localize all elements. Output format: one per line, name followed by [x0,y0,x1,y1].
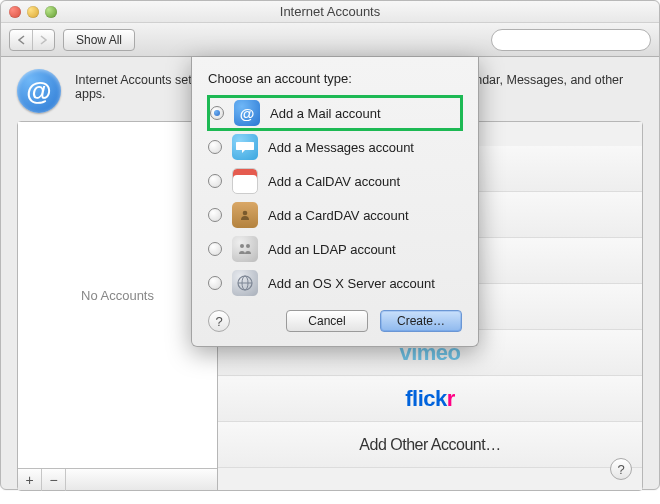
option-osx-server[interactable]: Add an OS X Server account [208,266,462,300]
mail-icon: @ [234,100,260,126]
svg-point-3 [240,244,244,248]
radio-osx-server[interactable] [208,276,222,290]
svg-point-2 [243,211,248,216]
contacts-icon [232,202,258,228]
radio-ldap[interactable] [208,242,222,256]
search-wrap [491,29,651,51]
sheet-title: Choose an account type: [208,71,462,86]
radio-carddav[interactable] [208,208,222,222]
option-carddav[interactable]: Add a CardDAV account [208,198,462,232]
directory-icon [232,236,258,262]
accounts-footer: + − [18,468,217,490]
svg-point-4 [246,244,250,248]
chevron-left-icon [17,35,26,45]
option-mail[interactable]: @ Add a Mail account [208,96,462,130]
window-controls [9,6,57,18]
titlebar: Internet Accounts [1,1,659,23]
cancel-button[interactable]: Cancel [286,310,368,332]
search-input[interactable] [491,29,651,51]
option-messages-label: Add a Messages account [268,140,414,155]
globe-icon [232,270,258,296]
calendar-icon [232,168,258,194]
internet-accounts-window: Internet Accounts Show All @ Internet Ac… [0,0,660,490]
toolbar: Show All [1,23,659,57]
help-button[interactable]: ? [610,458,632,480]
account-type-sheet: Choose an account type: @ Add a Mail acc… [191,57,479,347]
radio-caldav[interactable] [208,174,222,188]
remove-account-button[interactable]: − [42,469,66,491]
back-button[interactable] [10,30,32,50]
forward-button[interactable] [32,30,54,50]
option-mail-label: Add a Mail account [270,106,381,121]
accounts-list-pane: No Accounts + − [18,122,218,490]
option-ldap-label: Add an LDAP account [268,242,396,257]
add-account-button[interactable]: + [18,469,42,491]
window-title: Internet Accounts [280,4,380,19]
provider-add-other[interactable]: Add Other Account… [218,422,642,468]
at-icon: @ [17,69,61,113]
radio-mail[interactable] [210,106,224,120]
messages-icon [232,134,258,160]
sheet-help-button[interactable]: ? [208,310,230,332]
radio-messages[interactable] [208,140,222,154]
zoom-window-button[interactable] [45,6,57,18]
sheet-footer: ? Cancel Create… [208,310,462,332]
close-window-button[interactable] [9,6,21,18]
option-ldap[interactable]: Add an LDAP account [208,232,462,266]
option-messages[interactable]: Add a Messages account [208,130,462,164]
minimize-window-button[interactable] [27,6,39,18]
show-all-button[interactable]: Show All [63,29,135,51]
nav-segment [9,29,55,51]
create-button[interactable]: Create… [380,310,462,332]
option-carddav-label: Add a CardDAV account [268,208,409,223]
option-caldav[interactable]: Add a CalDAV account [208,164,462,198]
option-caldav-label: Add a CalDAV account [268,174,400,189]
provider-flickr[interactable]: flickr [218,376,642,422]
no-accounts-label: No Accounts [18,122,217,468]
option-osx-server-label: Add an OS X Server account [268,276,435,291]
chevron-right-icon [39,35,48,45]
